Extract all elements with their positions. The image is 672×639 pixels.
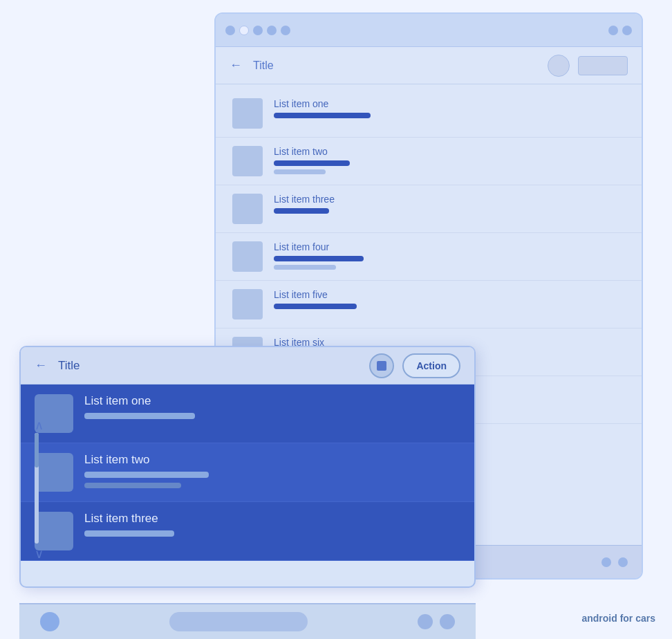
fg-list-item-2[interactable]: List item two [21,443,474,502]
bg-stop-button[interactable] [548,55,570,77]
bg-bottom-dot2 [618,557,628,567]
bg-list-item-4[interactable]: List item four [216,233,642,281]
fg-bottom-pill[interactable] [169,612,308,631]
fg-item-3-bar [84,530,174,537]
fg-bottom-circle[interactable] [40,612,59,631]
bg-toolbar: ← Title [216,47,642,84]
bg-item-3-thumbnail [232,194,263,224]
stop-icon [377,361,386,371]
fg-scrollbar-thumb[interactable] [35,433,39,467]
fg-item-2-bar2 [84,483,181,488]
bg-back-arrow-icon[interactable]: ← [230,58,242,73]
fg-bottom-circle-right-2[interactable] [440,614,455,629]
bg-list-item-5[interactable]: List item five [216,281,642,328]
bg-action-button[interactable] [578,56,628,75]
bg-item-5-title: List item five [274,289,625,300]
fg-toolbar-title: Title [58,359,361,373]
dot-r2 [622,26,632,35]
fg-action-button[interactable]: Action [402,353,460,378]
bg-item-1-content: List item one [274,98,625,118]
bg-item-5-thumbnail [232,289,263,320]
bg-item-2-bar2 [274,169,326,174]
fg-item-3-thumbnail [35,512,73,550]
bg-item-3-title: List item three [274,194,625,205]
fg-toolbar: ← Title Action [21,347,474,385]
dot-3 [253,26,263,35]
fg-item-2-content: List item two [84,453,460,488]
bg-titlebar [216,14,642,47]
bg-bottom-dot1 [601,557,611,567]
bg-titlebar-dots [225,26,290,35]
bg-item-5-content: List item five [274,289,625,309]
brand-suffix: for cars [617,613,655,624]
bg-item-4-content: List item four [274,241,625,270]
fg-item-2-title: List item two [84,453,460,467]
bg-item-2-bar [274,160,350,166]
fg-list-item-1[interactable]: List item one [21,385,474,443]
dot-1 [225,26,235,35]
bg-list-item-1[interactable]: List item one [216,90,642,138]
fg-back-arrow-icon[interactable]: ← [35,358,47,373]
dot-4 [267,26,277,35]
foreground-window: ← Title Action List item one List item t… [19,346,476,588]
fg-list-item-3[interactable]: List item three [21,502,474,561]
bg-item-2-title: List item two [274,146,625,157]
bg-item-2-thumbnail [232,146,263,176]
bg-item-3-bar [274,208,329,214]
fg-item-2-thumbnail [35,453,73,492]
bg-item-4-title: List item four [274,241,625,252]
bg-titlebar-dots-right [608,26,632,35]
bg-toolbar-title: Title [253,59,539,72]
fg-bottom-circles-right [418,614,455,629]
scroll-up-chevron-icon[interactable]: ∧ [35,418,44,433]
brand-text: android for cars [581,613,655,624]
dot-5 [281,26,290,35]
bg-list-item-2[interactable]: List item two [216,138,642,185]
fg-item-1-content: List item one [84,394,460,419]
bg-item-1-thumbnail [232,98,263,129]
fg-item-3-content: List item three [84,512,460,537]
bg-item-2-content: List item two [274,146,625,174]
dot-r1 [608,26,618,35]
fg-bottom-bar [19,603,476,639]
bg-item-4-bar2 [274,265,336,270]
fg-list: List item one List item two List item th… [21,385,474,561]
bg-item-3-content: List item three [274,194,625,214]
bg-list-item-3[interactable]: List item three [216,185,642,233]
fg-item-1-bar [84,413,195,419]
fg-scrollbar-track[interactable] [35,433,39,544]
brand-android: android [581,613,617,624]
bg-item-5-bar [274,304,357,309]
bg-item-1-bar [274,113,371,118]
bg-item-4-thumbnail [232,241,263,272]
dot-2 [239,26,249,35]
fg-item-1-title: List item one [84,394,460,408]
fg-item-2-bar [84,472,209,478]
bg-item-4-bar [274,256,364,261]
bg-item-1-title: List item one [274,98,625,109]
fg-stop-button[interactable] [369,353,394,378]
scroll-down-chevron-icon[interactable]: ∨ [35,546,44,562]
fg-bottom-circle-right-1[interactable] [418,614,433,629]
fg-item-3-title: List item three [84,512,460,526]
